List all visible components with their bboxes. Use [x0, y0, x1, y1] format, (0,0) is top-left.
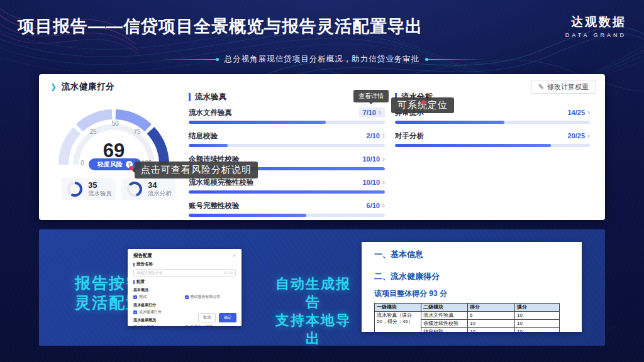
score-row-label: 流水规模完整性校验	[189, 178, 254, 187]
right-caption: 自动生成报告 支持本地导出	[270, 275, 356, 348]
score-value: 10/10 ›	[362, 178, 385, 187]
stat-label: 流水分析	[148, 190, 172, 197]
section-bar	[133, 263, 135, 266]
report-overall-score: 该项目整体得分 93 分	[374, 288, 569, 299]
stat-card-analysis: 34 流水分析	[121, 178, 175, 200]
stat-value: 34	[148, 181, 172, 190]
bottom-panel: 报告按需 灵活配置 报告配置 × 报告名称 0 / 20 配置 基本概况	[39, 229, 605, 346]
dialog-title: 报告配置	[133, 253, 152, 259]
report-config-dialog: 报告配置 × 报告名称 0 / 20 配置 基本概况 ✓ 测试	[128, 249, 242, 326]
score-row-label: 结息校验	[189, 131, 218, 141]
card-header: ❯ 流水健康打分	[50, 81, 114, 92]
report-name-input-wrap: 0 / 20	[133, 269, 236, 277]
chevron-right-icon: ›	[382, 178, 385, 187]
alert-dot	[421, 100, 426, 104]
chevron-right-icon: ›	[382, 155, 385, 163]
report-heading-basic-info: 一、基本信息	[374, 249, 569, 260]
score-value: 14/25 ›	[567, 108, 590, 117]
table-group-cell: 流水验真（满分50，得分：46）	[375, 312, 421, 332]
subtitle-divider-right	[427, 59, 485, 60]
chevron-right-icon: ›	[379, 108, 381, 117]
progress-track	[395, 144, 590, 147]
score-row-scale-integrity[interactable]: 流水规模完整性校验 10/10 ›	[189, 177, 385, 194]
score-value: 6/10 ›	[367, 201, 385, 210]
table-row: 流水验真（满分50，得分：46） 流水文件验真 6 10	[375, 312, 560, 320]
score-value: 7/10 ›	[359, 107, 385, 118]
table-header: 二级模块	[421, 304, 468, 312]
score-row-interest-check[interactable]: 结息校验 2/10 ›	[189, 131, 385, 147]
edit-pencil-icon: ✎	[538, 83, 544, 91]
ring-chart	[67, 181, 83, 197]
score-row-counterparty[interactable]: 对手分析 20/25 ›	[395, 131, 590, 147]
progress-track	[395, 121, 590, 124]
risk-level-label: 轻度风险	[97, 160, 123, 169]
score-value: 2/10 ›	[367, 131, 385, 140]
edit-weight-button[interactable]: ✎ 修改计算权重	[531, 80, 596, 94]
checkbox-option[interactable]: ✓ 流水规模	[133, 324, 185, 326]
report-heading-health-score: 二、流水健康得分	[374, 271, 569, 282]
score-row-label: 流水文件验真	[189, 108, 232, 118]
chevron-right-icon: ›	[382, 131, 385, 140]
char-counter: 0 / 20	[224, 271, 233, 275]
checkbox-checked-icon: ✓	[185, 326, 189, 327]
gauge-tick: 25	[89, 128, 97, 135]
right-caption-line1: 自动生成报告	[270, 275, 356, 311]
table-header: 满分	[515, 304, 560, 312]
slide-root: 项目报告——信贷项目全景概览与报告灵活配置导出 达观数据 DATA GRAND …	[0, 0, 644, 362]
progress-fill	[189, 121, 326, 124]
edit-weight-button-label: 修改计算权重	[547, 82, 589, 92]
brand-logo-en: DATA GRAND	[565, 32, 626, 38]
section-bar	[133, 280, 135, 284]
table-header: 一级模块	[375, 304, 421, 312]
score-row-label: 账号完整性校验	[189, 201, 240, 211]
report-name-input[interactable]	[136, 271, 199, 275]
progress-track	[189, 214, 385, 217]
subtitle: 总分视角展现信贷项目分析概况，助力信贷业务审批	[225, 54, 420, 65]
brand-logo-cn: 达观数据	[565, 14, 626, 30]
risk-gauge: 0 25 50 75 100 69 轻度风险 ?	[51, 102, 177, 171]
score-row-label: 对手分析	[395, 131, 424, 141]
gauge-tick: 75	[133, 128, 141, 135]
config-label: 配置	[136, 279, 145, 285]
score-row-account-integrity[interactable]: 账号完整性校验 6/10 ›	[189, 200, 385, 217]
report-name-label: 报告名称	[136, 261, 153, 267]
group-title: 流水健康打分	[133, 302, 236, 308]
ring-chart	[126, 181, 143, 197]
progress-fill	[189, 214, 306, 217]
checkbox-option[interactable]: ✓ 测试股份有限公司	[185, 294, 236, 300]
stat-card-verify: 35 流水验真	[62, 178, 116, 200]
checkbox-checked-icon: ✓	[133, 295, 137, 299]
progress-fill	[395, 121, 504, 124]
confirm-button[interactable]: 确定	[219, 313, 236, 322]
table-header: 得分	[468, 304, 515, 312]
chevron-right-icon: ›	[382, 201, 385, 210]
gauge-tick: 50	[111, 120, 119, 127]
checkbox-option[interactable]: ✓ 测试	[133, 294, 185, 300]
progress-track	[189, 144, 385, 147]
card-title: 流水健康打分	[62, 81, 114, 92]
checkbox-option[interactable]: ✓ 流水健康打分	[133, 309, 185, 315]
risk-note-annotation: 点击可查看风险分析说明	[135, 162, 258, 178]
score-value: 10/10 ›	[362, 155, 385, 163]
close-icon[interactable]: ×	[233, 253, 236, 258]
report-score-table: 一级模块 二级模块 得分 满分 流水验真（满分50，得分：46） 流水文件验真 …	[374, 303, 560, 332]
score-dashboard-card: ❯ 流水健康打分 ✎ 修改计算权重 0 25 50 75 100 69	[39, 74, 605, 220]
verify-column: 流水验真 流水文件验真 7/10 › 结息校验 2/10	[189, 93, 385, 224]
progress-fill	[395, 144, 551, 147]
view-detail-tooltip: 查看详情	[353, 90, 389, 102]
section-chevron-icon: ❯	[50, 82, 57, 91]
progress-fill	[189, 144, 228, 147]
stat-label: 流水验真	[88, 190, 112, 197]
checkbox-option[interactable]: ✓ 主要账户明细	[185, 324, 236, 326]
subtitle-row: 总分视角展现信贷项目分析概况，助力信贷业务审批	[0, 54, 644, 65]
progress-fill	[189, 190, 385, 194]
page-title: 项目报告——信贷项目全景概览与报告灵活配置导出	[18, 15, 423, 38]
cancel-button[interactable]: 取消	[198, 313, 216, 322]
brand-logo: 达观数据 DATA GRAND	[565, 14, 626, 38]
score-row-file-verify[interactable]: 流水文件验真 7/10 ›	[189, 107, 385, 124]
table-header-row: 一级模块 二级模块 得分 满分	[375, 304, 560, 312]
chevron-right-icon: ›	[587, 131, 590, 140]
report-preview: 一、基本信息 二、流水健康得分 该项目整体得分 93 分 一级模块 二级模块 得…	[362, 242, 582, 332]
subtitle-divider-left	[159, 59, 217, 60]
progress-track	[189, 121, 385, 124]
